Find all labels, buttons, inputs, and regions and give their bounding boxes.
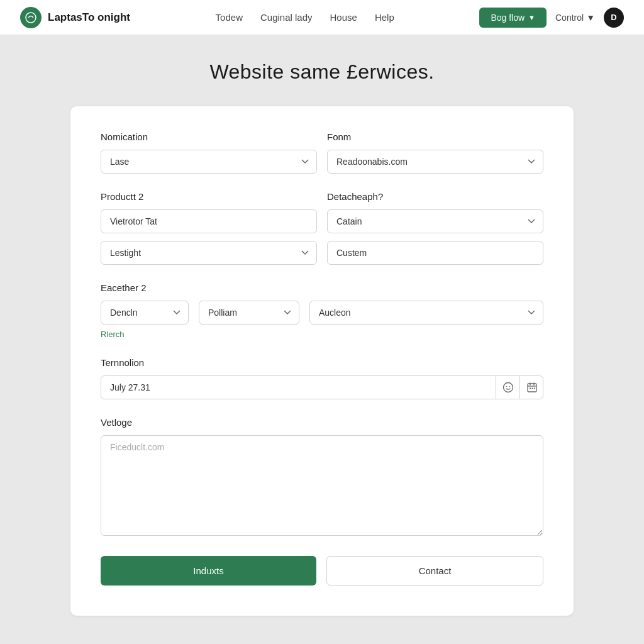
page-content: Website same £erwices. Nomication Lase F… bbox=[0, 35, 644, 641]
smiley-icon-button[interactable] bbox=[496, 375, 519, 399]
vetloge-label: Vetloge bbox=[101, 417, 543, 428]
fonm-label: Fonm bbox=[327, 131, 543, 142]
section2-row2: Lestight bbox=[101, 241, 543, 265]
form-actions: Induxts Contact bbox=[101, 556, 543, 586]
section-ternnolion: Ternnolion bbox=[101, 357, 543, 399]
navbar: LaptasTo onight Todew Cuginal lady House… bbox=[0, 0, 644, 35]
date-input-wrapper bbox=[101, 375, 543, 399]
smiley-icon bbox=[502, 382, 514, 393]
calendar-icon bbox=[526, 382, 538, 393]
svg-point-0 bbox=[26, 13, 36, 23]
polliam-group: Polliam bbox=[199, 301, 299, 325]
nav-link-house[interactable]: House bbox=[330, 12, 357, 23]
aucleon-select[interactable]: Aucleon bbox=[309, 301, 543, 325]
calendar-icon-button[interactable] bbox=[519, 375, 543, 399]
vetloge-textarea[interactable] bbox=[101, 435, 543, 536]
svg-rect-7 bbox=[534, 388, 535, 389]
svg-point-3 bbox=[509, 386, 510, 387]
cta-button[interactable]: Bog flow ▼ bbox=[479, 8, 547, 28]
section2-row1: Productt 2 Detacheaph? Catain bbox=[101, 191, 543, 233]
nav-link-cuginal[interactable]: Cuginal lady bbox=[260, 12, 313, 23]
nomication-select[interactable]: Lase bbox=[101, 150, 317, 174]
fonm-select[interactable]: Readoonabis.com bbox=[327, 150, 543, 174]
polliam-select[interactable]: Polliam bbox=[199, 301, 299, 325]
avatar[interactable]: D bbox=[604, 8, 624, 28]
form-card: Nomication Lase Fonm Readoonabis.com Pro… bbox=[70, 106, 574, 616]
detacheaph-select[interactable]: Catain bbox=[327, 209, 543, 233]
logo-icon bbox=[20, 7, 42, 28]
aucleon-group: Aucleon bbox=[309, 301, 543, 325]
eacether-row: Dencln Polliam Aucleon bbox=[101, 301, 543, 325]
logo: LaptasTo onight bbox=[20, 7, 130, 28]
dencln-select[interactable]: Dencln bbox=[101, 301, 189, 325]
nomication-label: Nomication bbox=[101, 131, 317, 142]
custem-input[interactable] bbox=[327, 241, 543, 265]
svg-point-2 bbox=[506, 386, 507, 387]
logo-text: LaptasTo onight bbox=[48, 11, 130, 24]
fonm-group: Fonm Readoonabis.com bbox=[327, 131, 543, 174]
nav-links: Todew Cuginal lady House Help bbox=[150, 12, 459, 23]
section-eacether: Eacether 2 Dencln Polliam Aucleon bbox=[101, 282, 543, 340]
section-nomication: Nomication Lase Fonm Readoonabis.com bbox=[101, 131, 543, 174]
nav-right: Bog flow ▼ Control ▼ D bbox=[479, 8, 624, 28]
page-title: Website same £erwices. bbox=[13, 60, 631, 84]
lestight-group: Lestight bbox=[101, 241, 317, 265]
detacheaph-label: Detacheaph? bbox=[327, 191, 543, 202]
date-icons bbox=[496, 375, 543, 399]
cta-label: Bog flow bbox=[491, 13, 525, 23]
date-input[interactable] bbox=[101, 375, 543, 399]
svg-point-1 bbox=[503, 383, 513, 392]
dencln-group: Dencln bbox=[101, 301, 189, 325]
primary-button[interactable]: Induxts bbox=[101, 556, 316, 586]
avatar-letter: D bbox=[611, 13, 616, 22]
ternnolion-label: Ternnolion bbox=[101, 357, 543, 368]
section-productt: Productt 2 Detacheaph? Catain Lestight bbox=[101, 191, 543, 265]
svg-rect-6 bbox=[531, 388, 533, 389]
control-label: Control bbox=[555, 13, 584, 23]
productt-group: Productt 2 bbox=[101, 191, 317, 233]
cta-caret-icon: ▼ bbox=[528, 14, 535, 21]
rlerch-link[interactable]: Rlerch bbox=[101, 330, 125, 339]
control-caret-icon: ▼ bbox=[586, 13, 595, 23]
nav-link-todew[interactable]: Todew bbox=[216, 12, 243, 23]
nomication-group: Nomication Lase bbox=[101, 131, 317, 174]
custem-group bbox=[327, 241, 543, 265]
nav-link-help[interactable]: Help bbox=[375, 12, 394, 23]
eacether-label: Eacether 2 bbox=[101, 282, 543, 293]
control-button[interactable]: Control ▼ bbox=[555, 13, 595, 23]
secondary-button[interactable]: Contact bbox=[326, 556, 543, 586]
svg-rect-5 bbox=[530, 388, 531, 389]
section-vetloge: Vetloge bbox=[101, 417, 543, 538]
lestight-select[interactable]: Lestight bbox=[101, 241, 317, 265]
productt-label: Productt 2 bbox=[101, 191, 317, 202]
section1-row: Nomication Lase Fonm Readoonabis.com bbox=[101, 131, 543, 174]
productt-input[interactable] bbox=[101, 209, 317, 233]
detacheaph-group: Detacheaph? Catain bbox=[327, 191, 543, 233]
